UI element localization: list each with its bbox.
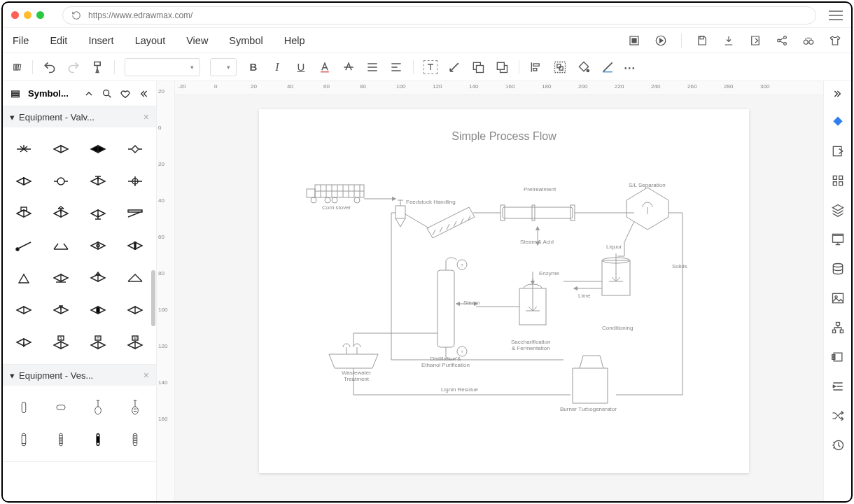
menu-file[interactable]: File <box>13 35 29 46</box>
underline-button[interactable]: U <box>294 60 308 74</box>
vessel-symbol[interactable] <box>6 424 43 456</box>
valve-symbol[interactable] <box>6 230 43 262</box>
palette-group-vessels-header[interactable]: ▾Equipment - Ves...× <box>3 365 156 386</box>
canvas[interactable]: Simple Process Flow <box>175 95 823 501</box>
history-icon[interactable] <box>831 438 845 452</box>
address-bar[interactable]: https://www.edrawmax.com/ <box>62 6 816 24</box>
layers-icon[interactable] <box>831 203 845 217</box>
font-color-button[interactable] <box>318 60 332 74</box>
vessel-symbol[interactable] <box>116 391 153 424</box>
valve-symbol[interactable] <box>6 294 43 326</box>
download-icon[interactable] <box>722 34 735 47</box>
valve-symbol[interactable] <box>116 165 153 197</box>
palette-group-valves-header[interactable]: ▾Equipment - Valv...× <box>3 106 156 127</box>
valve-symbol[interactable] <box>43 197 80 230</box>
share-icon[interactable] <box>776 34 788 47</box>
menu-insert[interactable]: Insert <box>88 35 113 46</box>
valve-symbol[interactable] <box>43 262 80 294</box>
close-group-icon[interactable]: × <box>144 370 149 381</box>
valve-symbol[interactable] <box>80 262 117 294</box>
vessel-symbol[interactable] <box>80 424 117 456</box>
vessel-symbol[interactable] <box>80 391 117 424</box>
font-size-select[interactable] <box>210 58 237 76</box>
vessel-symbol[interactable] <box>43 391 80 424</box>
valve-symbol[interactable] <box>80 197 117 230</box>
menu-view[interactable]: View <box>186 35 208 46</box>
valve-symbol[interactable] <box>43 133 80 165</box>
component-icon[interactable] <box>831 350 845 364</box>
search-icon[interactable] <box>102 88 113 99</box>
behind-button[interactable] <box>471 60 485 74</box>
valve-symbol[interactable] <box>6 197 43 230</box>
collapse-up-icon[interactable] <box>83 88 94 99</box>
format-painter-button[interactable] <box>90 60 104 74</box>
line-color-button[interactable] <box>601 60 615 74</box>
collapse-left-icon[interactable] <box>138 88 149 99</box>
export-icon[interactable] <box>749 34 762 47</box>
browser-menu-button[interactable] <box>829 10 843 20</box>
valve-symbol[interactable] <box>116 133 153 165</box>
menu-symbol[interactable]: Symbol <box>229 35 262 46</box>
binoculars-icon[interactable] <box>802 34 815 47</box>
shuffle-icon[interactable] <box>831 409 845 423</box>
valve-symbol[interactable] <box>80 133 117 165</box>
valve-symbol[interactable] <box>43 165 80 197</box>
valve-symbol[interactable]: M <box>116 326 153 358</box>
strike-button[interactable] <box>342 60 356 74</box>
library-toggle-icon[interactable] <box>10 88 21 99</box>
tshirt-icon[interactable] <box>829 34 841 47</box>
grid-icon[interactable] <box>831 174 845 188</box>
undo-button[interactable] <box>43 60 57 74</box>
valve-symbol[interactable] <box>43 294 80 326</box>
presentation-icon[interactable] <box>831 232 845 246</box>
group-button[interactable] <box>553 60 567 74</box>
connector-tool-button[interactable] <box>447 60 461 74</box>
valve-symbol[interactable] <box>116 262 153 294</box>
menu-help[interactable]: Help <box>284 35 305 46</box>
bold-button[interactable]: B <box>246 60 260 74</box>
front-button[interactable] <box>495 60 509 74</box>
valve-symbol[interactable] <box>116 197 153 230</box>
valve-symbol[interactable] <box>80 230 117 262</box>
library-icon[interactable] <box>13 60 22 74</box>
more-button[interactable] <box>624 61 636 74</box>
align-v-button[interactable] <box>389 60 403 74</box>
collapse-right-icon[interactable] <box>832 88 844 99</box>
valve-symbol[interactable] <box>6 133 43 165</box>
vessel-symbol[interactable] <box>43 424 80 456</box>
sitemap-icon[interactable] <box>831 321 845 335</box>
valve-symbol[interactable] <box>6 165 43 197</box>
valve-symbol[interactable] <box>116 294 153 326</box>
valve-symbol[interactable] <box>116 230 153 262</box>
italic-button[interactable]: I <box>270 60 284 74</box>
vessel-symbol[interactable] <box>6 391 43 424</box>
valve-symbol[interactable] <box>6 326 43 358</box>
align-h-button[interactable] <box>365 60 379 74</box>
valve-symbol[interactable]: S <box>43 326 80 358</box>
export-panel-icon[interactable] <box>831 144 845 158</box>
close-group-icon[interactable]: × <box>144 111 149 122</box>
valve-symbol[interactable] <box>43 230 80 262</box>
minimize-window-button[interactable] <box>24 11 31 19</box>
fill-button[interactable] <box>577 60 591 74</box>
valve-symbol[interactable] <box>80 165 117 197</box>
panel-scrollbar[interactable] <box>151 109 155 498</box>
text-tool-button[interactable] <box>424 60 438 74</box>
heart-icon[interactable] <box>120 88 131 99</box>
play-icon[interactable] <box>654 34 667 47</box>
close-window-button[interactable] <box>11 11 19 19</box>
theme-icon[interactable] <box>831 115 845 129</box>
align-objects-button[interactable] <box>529 60 543 74</box>
vessel-symbol[interactable] <box>116 424 153 456</box>
valve-symbol[interactable] <box>80 294 117 326</box>
valve-symbol[interactable]: H <box>80 326 117 358</box>
maximize-window-button[interactable] <box>36 11 44 19</box>
database-icon[interactable] <box>831 262 845 276</box>
capture-icon[interactable] <box>628 34 640 47</box>
indent-icon[interactable] <box>831 379 845 393</box>
image-icon[interactable] <box>831 291 845 305</box>
save-icon[interactable] <box>696 34 708 47</box>
redo-button[interactable] <box>66 60 80 74</box>
menu-layout[interactable]: Layout <box>135 35 166 46</box>
page[interactable]: Simple Process Flow <box>259 109 749 473</box>
